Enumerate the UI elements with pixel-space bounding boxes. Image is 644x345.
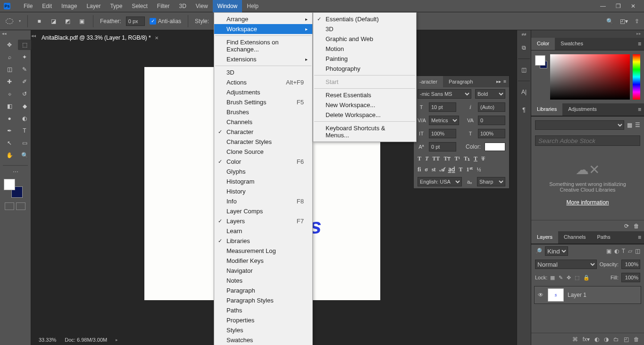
more-tools-icon[interactable]: ⋯ [0,168,31,175]
menu-view[interactable]: View [191,0,213,12]
menu-3d[interactable]: 3D [174,0,191,12]
opacity-input[interactable] [621,260,640,269]
zoom-level[interactable]: 33.33% [39,337,56,343]
collapse-icon[interactable]: ◂◂ [2,31,7,36]
adjustments-tab[interactable]: Adjustments [562,103,602,116]
superscript-icon[interactable]: T¹ [454,155,460,162]
newlayer-icon[interactable]: ◰ [624,336,629,343]
ordinal-icon[interactable]: T [459,166,463,173]
workspace-motion[interactable]: Motion [313,44,416,54]
fg-color-swatch[interactable] [4,179,15,190]
dodge-tool-icon[interactable]: ◐ [18,113,31,124]
delete-icon[interactable]: 🗑 [634,336,639,343]
underline-icon[interactable]: T [474,155,477,162]
menuitem-paths[interactable]: Paths [214,305,312,315]
lock-pos-icon[interactable]: ✥ [567,275,571,281]
menu-image[interactable]: Image [57,0,82,12]
menuitem-layers[interactable]: ✓LayersF7 [214,216,312,226]
menuitem-color[interactable]: ✓ColorF6 [214,157,312,167]
chevron-down-icon[interactable]: ▾ [19,19,21,23]
hue-slider[interactable] [633,54,640,100]
paragraph-panel-icon[interactable]: ¶ [517,103,531,117]
workspace-photography[interactable]: Photography [313,64,416,74]
chevrons-icon[interactable]: ▸▸ ≡ [493,76,509,87]
menuitem-styles[interactable]: Styles [214,325,312,335]
workspace-painting[interactable]: Painting [313,54,416,64]
feather-input[interactable] [126,17,145,26]
bold-icon[interactable]: T [418,155,421,162]
menu-edit[interactable]: Edit [37,0,57,12]
menuitem-properties[interactable]: Properties [214,315,312,325]
library-select[interactable] [535,120,624,130]
filter-icon[interactable]: 🔎 [535,248,542,254]
color-swatches[interactable] [4,179,23,198]
menuitem-paragraph-styles[interactable]: Paragraph Styles [214,295,312,305]
character-tab[interactable]: -aracter [414,76,443,87]
shape-tool-icon[interactable]: ▭ [18,138,31,148]
close-icon[interactable]: ✕ [630,3,636,9]
layer-name[interactable]: Layer 1 [568,292,586,298]
blur-tool-icon[interactable]: ● [3,113,16,124]
swash-icon[interactable]: 𝒜 [440,166,444,173]
menuitem-libraries[interactable]: ✓Libraries [214,236,312,246]
history-panel-icon[interactable]: ⧉ [517,41,531,55]
workspace-graphic-and-web[interactable]: Graphic and Web [313,34,416,44]
brush-tool-icon[interactable]: ✐ [18,76,31,87]
filter-type-icon[interactable]: T [622,248,625,254]
menuitem-history[interactable]: History [214,186,312,196]
lock-all-icon[interactable]: 🔒 [583,275,590,281]
share-icon[interactable]: ⇪ [635,18,639,25]
character-panel-icon[interactable]: A| [517,85,531,99]
crop-tool-icon[interactable]: ◫ [3,64,16,75]
pen-tool-icon[interactable]: ✒ [3,126,16,136]
menuitem-clone-source[interactable]: Clone Source [214,147,312,157]
menuitem-brushes[interactable]: Brushes [214,107,312,117]
menu-filter[interactable]: Filter [152,0,175,12]
stylistic-icon[interactable]: st [432,166,436,173]
search-icon[interactable]: 🔍 [606,18,613,25]
menuitem-swatches[interactable]: Swatches [214,335,312,345]
tracking-input[interactable] [478,116,505,125]
menuitem-histogram[interactable]: Histogram [214,177,312,186]
lock-trans-icon[interactable]: ▦ [550,275,555,281]
mask-icon[interactable]: ◐ [594,336,599,343]
add-selection-icon[interactable]: ◪ [49,17,58,26]
filter-smart-icon[interactable]: ◫ [635,248,640,254]
filter-kind-select[interactable]: Kind [545,246,568,256]
quickmask-icons[interactable] [5,202,31,210]
grid-view-icon[interactable]: ▦ [627,122,632,128]
menuitem-glyphs[interactable]: Glyphs [214,167,312,177]
antialias-checkbox[interactable]: ✓ Anti-alias [150,18,181,25]
wand-tool-icon[interactable]: ✦ [18,52,31,62]
collapse-icon[interactable]: ▸▸ [636,31,641,37]
titling-icon[interactable]: a̲d̲ [448,166,455,173]
filter-shape-icon[interactable]: ▱ [628,248,632,254]
menuitem-paragraph[interactable]: Paragraph [214,286,312,295]
minimize-icon[interactable]: ― [600,3,606,9]
history-brush-icon[interactable]: ↺ [18,89,31,99]
workspace-delete-workspace-[interactable]: Delete Workspace... [313,110,416,120]
layer-thumb[interactable]: s [548,288,564,302]
subscript-icon[interactable]: T₁ [464,155,470,162]
workspace-reset-essentials[interactable]: Reset Essentials [313,90,416,100]
layer-item[interactable]: 👁 s Layer 1 [534,286,641,304]
list-view-icon[interactable]: ☰ [635,122,640,128]
half-icon[interactable]: ½ [477,166,481,173]
menuitem-character-styles[interactable]: Character Styles [214,137,312,147]
move-tool-icon[interactable]: ✥ [3,40,16,50]
menuitem-learn[interactable]: Learn [214,226,312,236]
antialias-select[interactable]: Sharp [477,177,505,186]
sync-icon[interactable]: ⟳ [624,223,629,229]
menuitem-workspace[interactable]: Workspace [214,24,312,34]
menuitem-brush-settings[interactable]: Brush SettingsF5 [214,97,312,107]
intersect-selection-icon[interactable]: ▣ [77,17,86,26]
new-selection-icon[interactable]: ■ [34,17,44,26]
marquee-tool-icon[interactable]: ⬚ [18,40,31,50]
font-select[interactable]: -mic Sans MS [418,89,471,99]
collapse-icon[interactable]: ◂◂ [31,33,36,38]
menuitem-3d[interactable]: 3D [214,67,312,77]
menu-window[interactable]: Window [213,0,243,12]
hand-tool-icon[interactable]: ✋ [3,150,16,160]
menuitem-find-extensions-on-exchange-[interactable]: Find Extensions on Exchange... [214,37,312,54]
menu-help[interactable]: Help [242,0,263,12]
